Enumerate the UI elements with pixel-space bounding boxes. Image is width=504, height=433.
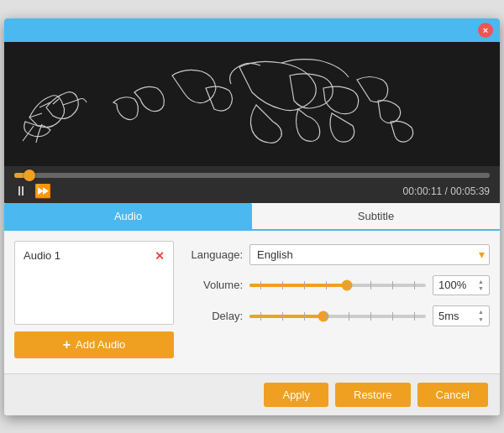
plus-icon: + <box>63 337 71 352</box>
language-select-wrapper: English Spanish French German Japanese <box>249 244 490 265</box>
main-content: Audio 1 ✕ + Add Audio Language: English … <box>4 231 500 373</box>
add-audio-label: Add Audio <box>76 338 125 351</box>
footer: Apply Restore Cancel <box>4 373 500 415</box>
progress-thumb[interactable] <box>24 170 35 181</box>
audio-item-name: Audio 1 <box>24 249 60 262</box>
pause-button[interactable]: ⏸ <box>14 185 28 198</box>
delay-label: Delay: <box>184 310 243 322</box>
audio-list: Audio 1 ✕ <box>14 241 174 325</box>
volume-slider-track[interactable] <box>249 284 426 287</box>
tabs-row: Audio Subtitle <box>4 203 500 231</box>
delay-up-arrow[interactable]: ▲ <box>478 309 484 316</box>
audio-item: Audio 1 ✕ <box>20 247 168 265</box>
title-bar: × <box>4 18 500 42</box>
delay-row: Delay: <box>184 305 490 326</box>
playback-bar: ⏸ ⏩ 00:00:11 / 00:05:39 <box>4 166 500 203</box>
time-display: 00:00:11 / 00:05:39 <box>403 185 490 197</box>
volume-spin-arrows[interactable]: ▲ ▼ <box>478 279 484 293</box>
volume-value: 100% <box>438 279 466 291</box>
tab-audio[interactable]: Audio <box>4 203 252 229</box>
apply-button[interactable]: Apply <box>264 383 328 407</box>
main-window: × <box>4 18 500 415</box>
audio-remove-button[interactable]: ✕ <box>155 249 165 263</box>
video-area <box>4 42 500 166</box>
language-row: Language: English Spanish French German … <box>184 244 490 265</box>
settings-panel: Language: English Spanish French German … <box>184 241 490 363</box>
delay-value-spin: 5ms ▲ ▼ <box>433 305 490 326</box>
language-select[interactable]: English Spanish French German Japanese <box>249 244 490 265</box>
delay-slider-fill <box>249 315 323 318</box>
volume-up-arrow[interactable]: ▲ <box>478 279 484 285</box>
delay-slider-thumb[interactable] <box>318 310 329 321</box>
cancel-button[interactable]: Cancel <box>417 383 488 407</box>
volume-slider-thumb[interactable] <box>341 279 352 290</box>
restore-button[interactable]: Restore <box>335 383 411 407</box>
volume-down-arrow[interactable]: ▼ <box>478 285 484 292</box>
forward-button[interactable]: ⏩ <box>34 185 51 198</box>
total-time: 00:05:39 <box>450 185 490 197</box>
progress-track[interactable] <box>14 173 490 178</box>
volume-row: Volume: <box>184 275 490 296</box>
audio-panel: Audio 1 ✕ + Add Audio <box>14 241 174 363</box>
volume-slider-wrapper <box>249 284 426 287</box>
delay-spin-arrows[interactable]: ▲ ▼ <box>478 309 484 323</box>
volume-slider-fill <box>249 284 347 287</box>
controls-left: ⏸ ⏩ <box>14 185 51 198</box>
playback-controls: ⏸ ⏩ 00:00:11 / 00:05:39 <box>14 185 490 198</box>
language-label: Language: <box>184 248 243 261</box>
delay-slider-track[interactable] <box>249 315 426 318</box>
volume-label: Volume: <box>184 279 243 291</box>
delay-down-arrow[interactable]: ▼ <box>478 316 484 323</box>
tab-subtitle[interactable]: Subtitle <box>252 203 500 229</box>
delay-value: 5ms <box>438 310 459 322</box>
video-preview <box>4 42 500 166</box>
close-button[interactable]: × <box>478 23 493 38</box>
add-audio-button[interactable]: + Add Audio <box>14 331 174 358</box>
current-time: 00:00:11 <box>403 185 443 197</box>
volume-value-spin: 100% ▲ ▼ <box>433 275 490 296</box>
delay-slider-wrapper <box>249 315 426 318</box>
